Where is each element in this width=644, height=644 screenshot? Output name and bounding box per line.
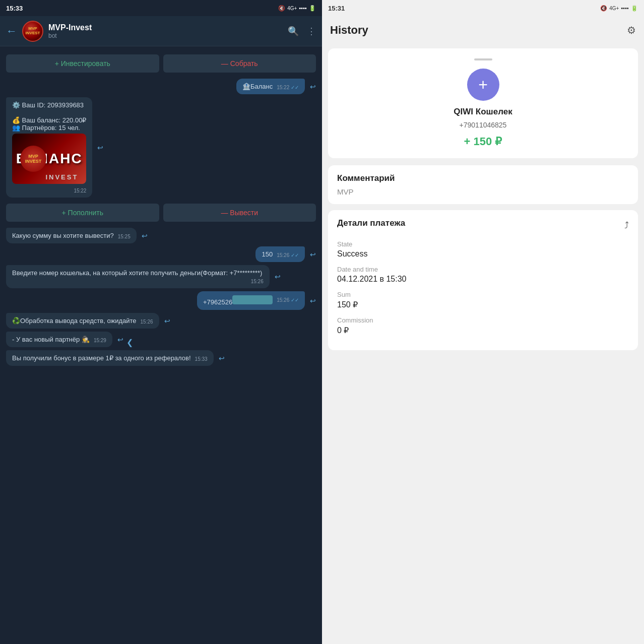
logo-circle: MVPINVEST — [20, 146, 46, 172]
msg-row-150: 150 15:26 ↩ — [6, 246, 316, 262]
forward-icon-2[interactable]: ↩ — [97, 144, 103, 152]
status-icons-left: 🔇 4G+ ▪▪▪▪ 🔋 — [278, 5, 316, 12]
detail-label-datetime: Date and time — [337, 266, 629, 273]
comment-section: Комментарий MVP — [328, 165, 638, 204]
drag-handle — [474, 58, 492, 60]
plus-circle: + — [467, 69, 499, 101]
action-row-invest: + Инвестировать — Собрать — [6, 54, 316, 73]
telegram-chat-panel: 15:33 🔇 4G+ ▪▪▪▪ 🔋 ← MVP INVEST MVP-Inve… — [0, 0, 322, 644]
image-sub-text: INVEST — [45, 173, 78, 181]
time-right: 15:31 — [328, 5, 345, 12]
msg-text: Какую сумму вы хотите вывести? — [12, 232, 114, 239]
msg-text: Вы получили бонус в размере 1₽ за одного… — [12, 354, 191, 362]
msg-text: 150 — [262, 250, 273, 258]
msg-new-partner: - У вас новый партнёр 🕵️ 15:29 — [6, 332, 112, 347]
msg-row-new-partner: - У вас новый партнёр 🕵️ 15:29 ↩ ❮ — [6, 332, 316, 347]
msg-text: - У вас новый партнёр 🕵️ — [12, 336, 90, 343]
msg-balance-request: 🏦Баланс 15:22 — [236, 79, 305, 94]
collapse-icon[interactable]: ❮ — [126, 338, 133, 347]
msg-phone: +7962526 15:26 — [197, 291, 305, 310]
msg-row-phone: +7962526 15:26 ↩ — [6, 291, 316, 310]
chat-header: ← MVP INVEST MVP-Invest bot 🔍 ⋮ — [0, 16, 322, 46]
details-title: Детали платежа — [337, 218, 405, 228]
forward-icon-7[interactable]: ↩ — [164, 317, 170, 325]
forward-icon-4[interactable]: ↩ — [310, 250, 316, 259]
comment-value: MVP — [337, 187, 629, 196]
msg-time: 15:29 — [94, 338, 106, 343]
detail-row-commission: Commission 0 ₽ — [337, 316, 629, 335]
msg-time: 15:26 — [277, 252, 299, 258]
msg-line-balance: 💰 Ваш баланс: 220.00₽ — [12, 116, 86, 124]
bot-name: MVP-Invest — [48, 23, 283, 32]
detail-label-state: State — [337, 240, 629, 248]
wallet-number: +79011046825 — [460, 121, 507, 129]
action-row-topup: + Пополнить — Вывести — [6, 204, 316, 222]
details-section: Детали платежа ⤴ State Success Date and … — [328, 210, 638, 350]
battery-icon-right: 🔋 — [631, 5, 638, 12]
status-icons-right: 🔇 4G+ ▪▪▪▪ 🔋 — [600, 5, 638, 12]
signal-bars-right: ▪▪▪▪ — [621, 5, 629, 11]
msg-how-much: Какую сумму вы хотите вывести? 15:25 — [6, 228, 137, 243]
redacted-bar — [232, 295, 273, 304]
forward-icon-8[interactable]: ↩ — [117, 336, 123, 344]
chat-title-area: MVP-Invest bot — [48, 23, 283, 39]
back-button[interactable]: ← — [6, 25, 17, 38]
topup-button[interactable]: + Пополнить — [6, 204, 159, 222]
msg-text: Введите номер кошелька, на который хотит… — [12, 269, 262, 277]
header-icons: 🔍 ⋮ — [288, 26, 316, 37]
msg-enter-wallet: Введите номер кошелька, на который хотит… — [6, 265, 270, 288]
detail-label-commission: Commission — [337, 316, 629, 324]
mute-icon-right: 🔇 — [600, 5, 607, 12]
withdraw-button[interactable]: — Вывести — [163, 204, 316, 222]
signal-text-right: 4G+ — [609, 6, 619, 11]
transaction-card: + QIWI Кошелек +79011046825 + 150 ₽ — [328, 48, 638, 158]
msg-150: 150 15:26 — [255, 246, 305, 262]
bot-subtitle: bot — [48, 32, 283, 39]
forward-icon-6[interactable]: ↩ — [310, 297, 316, 305]
chat-messages-area: + Инвестировать — Собрать 🏦Баланс 15:22 … — [0, 46, 322, 644]
wallet-name: QIWI Кошелек — [454, 107, 512, 117]
share-icon[interactable]: ⤴ — [624, 220, 629, 231]
msg-row-enter-wallet: Введите номер кошелька, на который хотит… — [6, 265, 316, 288]
details-header: Детали платежа ⤴ — [337, 218, 629, 232]
msg-text: 🏦Баланс — [242, 83, 273, 90]
avatar-text: MVP INVEST — [23, 27, 42, 36]
collect-button[interactable]: — Собрать — [163, 54, 316, 73]
forward-icon-3[interactable]: ↩ — [142, 232, 148, 240]
forward-icon[interactable]: ↩ — [310, 83, 316, 91]
msg-time-balance: 15:22 — [74, 188, 86, 194]
msg-row-balance-request: 🏦Баланс 15:22 ↩ — [6, 79, 316, 94]
search-icon[interactable]: 🔍 — [288, 26, 299, 37]
detail-value-sum: 150 ₽ — [337, 300, 629, 309]
msg-time: 15:22 — [277, 85, 299, 90]
detail-row-datetime: Date and time 04.12.2021 в 15:30 — [337, 266, 629, 284]
status-bar-left: 15:33 🔇 4G+ ▪▪▪▪ 🔋 — [0, 0, 322, 16]
filter-icon[interactable]: ⚙ — [627, 24, 636, 36]
msg-row-how-much: Какую сумму вы хотите вывести? 15:25 ↩ — [6, 228, 316, 243]
detail-row-sum: Sum 150 ₽ — [337, 291, 629, 309]
msg-row-balance-info: ⚙️ Ваш ID: 2093939683 💰 Ваш баланс: 220.… — [6, 97, 316, 198]
msg-line-id: ⚙️ Ваш ID: 2093939683 — [12, 101, 86, 109]
transaction-amount: + 150 ₽ — [464, 135, 502, 148]
balance-image: MVPINVEST БАЛАНС INVEST — [12, 134, 86, 184]
msg-balance-info: ⚙️ Ваш ID: 2093939683 💰 Ваш баланс: 220.… — [6, 97, 92, 198]
history-title: History — [330, 24, 368, 37]
forward-icon-5[interactable]: ↩ — [275, 273, 281, 281]
detail-value-commission: 0 ₽ — [337, 326, 629, 335]
detail-value-datetime: 04.12.2021 в 15:30 — [337, 275, 629, 284]
menu-icon[interactable]: ⋮ — [307, 26, 316, 37]
detail-row-state: State Success — [337, 240, 629, 259]
forward-icon-9[interactable]: ↩ — [219, 354, 225, 362]
msg-time: 15:33 — [195, 356, 208, 362]
msg-bonus: Вы получили бонус в размере 1₽ за одного… — [6, 350, 214, 366]
battery-icon-left: 🔋 — [309, 5, 316, 12]
invest-button[interactable]: + Инвестировать — [6, 54, 159, 73]
msg-time: 15:26 — [251, 279, 264, 284]
comment-title: Комментарий — [337, 173, 629, 183]
msg-row-bonus: Вы получили бонус в размере 1₽ за одного… — [6, 350, 316, 366]
msg-row-processing: ♻️Обработка вывода средств, ожидайте 15:… — [6, 313, 316, 329]
bot-avatar: MVP INVEST — [22, 21, 43, 42]
detail-value-state: Success — [337, 249, 629, 259]
msg-time: 15:26 — [141, 319, 153, 325]
msg-text: ♻️Обработка вывода средств, ожидайте — [12, 317, 137, 325]
